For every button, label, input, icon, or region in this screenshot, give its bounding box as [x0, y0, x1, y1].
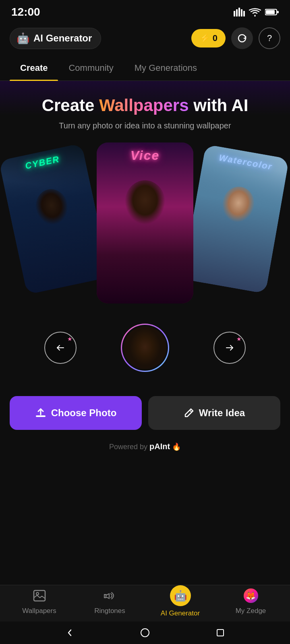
refresh-button[interactable] [231, 27, 253, 49]
bolt-button[interactable]: ⚡ 0 [191, 29, 226, 47]
choose-photo-button[interactable]: Choose Photo [10, 396, 142, 430]
ringtones-nav-icon [102, 588, 118, 604]
home-button[interactable] [138, 625, 152, 640]
tab-my-generations[interactable]: My Generations [124, 56, 207, 80]
bolt-count: 0 [213, 33, 218, 43]
write-idea-label: Write Idea [199, 407, 245, 419]
status-icons [234, 8, 279, 17]
card-cyber[interactable]: CYBER [0, 143, 110, 295]
next-arrow[interactable] [213, 332, 246, 364]
nav-item-ai-generator[interactable]: 🤖 AI Generator [145, 585, 215, 617]
robot-icon: 🤖 [17, 32, 29, 45]
ai-generator-nav-icon: 🤖 [170, 585, 191, 606]
svg-rect-4 [243, 11, 245, 17]
svg-rect-0 [234, 11, 235, 17]
svg-rect-8 [36, 415, 46, 417]
profile-photo[interactable] [121, 324, 169, 372]
help-button[interactable]: ? [259, 27, 280, 49]
svg-point-10 [36, 592, 39, 595]
tab-create[interactable]: Create [10, 56, 58, 80]
write-idea-button[interactable]: Write Idea [148, 396, 280, 430]
battery-icon [265, 8, 279, 16]
card-watercolor[interactable]: Watercolor [182, 144, 289, 294]
bottom-nav: Wallpapers Ringtones 🤖 AI Generator 🦊 [0, 585, 290, 621]
svg-rect-6 [266, 10, 275, 14]
header-actions: ⚡ 0 ? [191, 27, 280, 49]
app-title-button[interactable]: 🤖 AI Generator [10, 28, 101, 49]
hero-subtitle: Turn any photo or idea into a stunning w… [10, 121, 280, 130]
powered-by-prefix: Powered by [109, 443, 147, 451]
status-time: 12:00 [11, 6, 40, 19]
wifi-icon [249, 8, 261, 17]
card-vice[interactable]: Vice [97, 142, 193, 303]
nav-item-ringtones[interactable]: Ringtones [75, 588, 145, 615]
nav-myzedge-label: My Zedge [236, 607, 266, 615]
svg-rect-1 [236, 9, 238, 17]
back-button[interactable] [62, 625, 77, 640]
upload-icon [35, 407, 46, 419]
hero-title: Create Wallpapers with AI [10, 95, 280, 116]
tabs-bar: Create Community My Generations [0, 56, 290, 81]
cta-area: Choose Photo Write Idea [0, 388, 290, 436]
svg-rect-7 [277, 11, 279, 13]
svg-rect-3 [241, 9, 242, 17]
svg-rect-2 [238, 8, 240, 17]
powered-by-section: Powered by pAInt 🔥 [0, 436, 290, 459]
header: 🤖 AI Generator ⚡ 0 ? [0, 23, 290, 56]
cast-icon [234, 8, 245, 17]
system-nav-bar [0, 621, 290, 644]
wallpapers-nav-icon [31, 588, 48, 604]
help-icon: ? [267, 33, 272, 43]
tab-community[interactable]: Community [58, 56, 124, 80]
nav-wallpapers-label: Wallpapers [22, 607, 56, 615]
drop-icon: 🔥 [172, 443, 181, 451]
nav-item-my-zedge[interactable]: 🦊 My Zedge [215, 588, 286, 615]
nav-item-wallpapers[interactable]: Wallpapers [4, 588, 75, 615]
nav-ai-label: AI Generator [161, 609, 200, 617]
choose-photo-label: Choose Photo [51, 407, 117, 419]
status-bar: 12:00 [0, 0, 290, 23]
prev-arrow[interactable] [44, 332, 77, 364]
card-vice-label: Vice [130, 148, 160, 163]
powered-by-brand: pAInt [149, 442, 170, 451]
refresh-icon [237, 33, 247, 43]
my-zedge-nav-icon: 🦊 [243, 588, 259, 604]
recent-button[interactable] [213, 625, 228, 640]
app-title-text: AI Generator [33, 33, 92, 44]
svg-rect-9 [34, 590, 45, 601]
hero-section: Create Wallpapers with AI Turn any photo… [0, 81, 290, 138]
bolt-icon: ⚡ [199, 33, 210, 43]
nav-ringtones-label: Ringtones [94, 607, 125, 615]
cards-area: CYBER Watercolor Vice [0, 138, 290, 388]
pencil-icon [184, 408, 194, 418]
